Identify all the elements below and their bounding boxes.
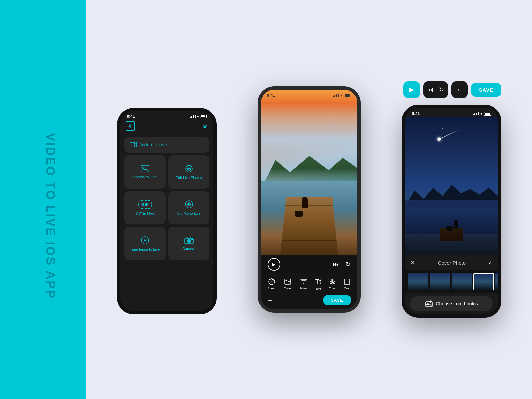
phone2-body: 9:41 ▾ — [258, 86, 361, 313]
phone2-mockup: 9:41 ▾ — [258, 86, 361, 313]
signal-icon-p2 — [333, 94, 339, 97]
camera-btn[interactable]: Camera — [168, 227, 209, 260]
svg-rect-2 — [141, 165, 149, 172]
phone1-status-icons: ▾ — [190, 114, 207, 119]
loop-action-btn[interactable]: ↻ — [439, 86, 444, 93]
back-action-btn[interactable]: ← — [451, 81, 468, 98]
slo-mo-to-live-btn[interactable]: Slo-Mo to Live — [168, 191, 209, 224]
phone1-time: 9:41 — [127, 114, 135, 119]
phone3-body: 9:41 ▾ — [402, 105, 501, 318]
signal-icon — [190, 115, 196, 118]
play-action-btn[interactable]: ▶ — [403, 81, 420, 98]
cover-tool[interactable]: Cover — [284, 278, 292, 290]
film-frame-5[interactable] — [495, 273, 498, 290]
svg-point-21 — [331, 283, 333, 284]
svg-rect-23 — [426, 302, 432, 307]
edit-live-photos-btn[interactable]: Edit Live Photos — [168, 155, 209, 189]
back-button[interactable]: ← — [267, 296, 274, 304]
filters-tool[interactable]: Filters — [299, 278, 308, 290]
film-frame-1[interactable] — [408, 273, 428, 290]
svg-point-13 — [187, 239, 191, 243]
battery-icon-p2 — [344, 94, 351, 97]
left-panel: VIDEO TO LIVE IOS APP — [0, 0, 86, 399]
film-frame-2[interactable] — [430, 273, 450, 290]
phone1-menu: Video to Live Photos to Live — [120, 134, 213, 263]
svg-rect-1 — [130, 142, 135, 147]
video-to-live-btn[interactable]: Video to Live — [124, 137, 209, 153]
svg-point-20 — [332, 281, 334, 283]
svg-rect-17 — [285, 279, 291, 284]
svg-point-5 — [187, 167, 191, 170]
menu-row-2: GIF GIF to Live Slo-Mo to Live — [124, 191, 209, 224]
play-button[interactable]: ▶ — [268, 258, 280, 271]
phone3-statusbar: 9:41 ▾ — [405, 108, 498, 117]
svg-point-0 — [129, 125, 131, 127]
photo-editor-image: 9:41 ▾ — [261, 90, 357, 255]
crop-tool[interactable]: Crop — [343, 278, 351, 290]
save-button[interactable]: SAVE — [323, 295, 351, 305]
timelapse-to-live-btn[interactable]: Time-lapse to Live — [124, 227, 166, 260]
wifi-icon-p3: ▾ — [480, 111, 482, 116]
phone1-body: 9:41 ▾ — [117, 108, 217, 314]
shooting-star — [439, 129, 460, 139]
toolbar-items: Speed Cover — [264, 278, 355, 290]
choose-from-photos-btn[interactable]: Choose from Photos — [410, 296, 493, 311]
video-to-live-label: Video to Live — [140, 142, 167, 147]
choose-photos-label: Choose from Photos — [436, 301, 478, 306]
gif-to-live-btn[interactable]: GIF GIF to Live — [124, 191, 166, 224]
wifi-icon-p2: ▾ — [340, 93, 342, 98]
cover-photo-title: Cover Photo — [438, 260, 466, 266]
filmstrip — [405, 270, 498, 293]
speed-tool[interactable]: Speed — [267, 278, 276, 290]
photo-toolbar: Speed Cover — [261, 274, 357, 309]
tune-tool[interactable]: Tune — [329, 278, 336, 290]
phone1-mockup: 9:41 ▾ — [117, 95, 217, 314]
signal-icon-p3 — [473, 112, 479, 115]
close-icon[interactable]: ✕ — [410, 259, 415, 266]
phone1-statusbar: 9:41 ▾ — [120, 111, 213, 120]
playback-controls: ▶ ⏮ ↻ — [261, 255, 357, 274]
svg-point-15 — [191, 239, 192, 240]
dog-figure — [295, 211, 303, 217]
film-frame-3[interactable] — [452, 273, 472, 290]
cover-photo-bar: ✕ Cover Photo ✓ — [405, 255, 498, 270]
text-icon: Tt — [315, 278, 321, 286]
phone2-statusbar: 9:41 ▾ — [261, 90, 357, 101]
save-action-btn[interactable]: SAVE — [471, 83, 502, 97]
rewind-button[interactable]: ⏮ — [333, 261, 339, 268]
settings-icon[interactable] — [126, 121, 135, 131]
text-tool[interactable]: Tt Text — [315, 278, 321, 290]
phone3-top-controls: ▶ ⏮ ↻ ← SAVE — [403, 81, 502, 98]
photos-to-live-btn[interactable]: Photos to Live — [124, 155, 166, 189]
phone3-wrapper: ▶ ⏮ ↻ ← SAVE 9:41 — [402, 81, 501, 318]
battery-icon — [200, 115, 207, 118]
person-night — [454, 220, 458, 229]
phone1-header: ♛ — [120, 120, 213, 134]
app-vertical-title: VIDEO TO LIVE IOS APP — [43, 17, 57, 399]
svg-point-11 — [144, 240, 146, 241]
svg-point-18 — [286, 280, 287, 281]
crown-icon[interactable]: ♛ — [202, 122, 208, 130]
night-photo-area — [405, 117, 498, 255]
person-figure — [302, 197, 308, 208]
svg-point-6 — [188, 168, 190, 169]
svg-point-14 — [188, 240, 190, 242]
svg-point-4 — [186, 165, 192, 172]
gif-icon: GIF — [138, 200, 152, 209]
toolbar-actions: ← SAVE — [264, 292, 355, 307]
battery-icon-p3 — [484, 112, 491, 116]
loop-button[interactable]: ↻ — [346, 261, 351, 268]
film-frame-4-selected[interactable] — [473, 273, 494, 290]
rewind-loop-group: ⏮ ↻ — [423, 81, 448, 98]
dog-night — [446, 226, 453, 231]
svg-point-19 — [331, 279, 332, 281]
wifi-icon: ▾ — [197, 114, 199, 119]
rewind-action-btn[interactable]: ⏮ — [427, 86, 433, 93]
menu-row-3: Time-lapse to Live Camera — [124, 227, 209, 260]
check-icon[interactable]: ✓ — [488, 259, 493, 266]
main-content: 9:41 ▾ — [86, 0, 532, 399]
svg-rect-22 — [344, 279, 350, 284]
menu-row-1: Photos to Live Edit Live Photos — [124, 155, 209, 189]
